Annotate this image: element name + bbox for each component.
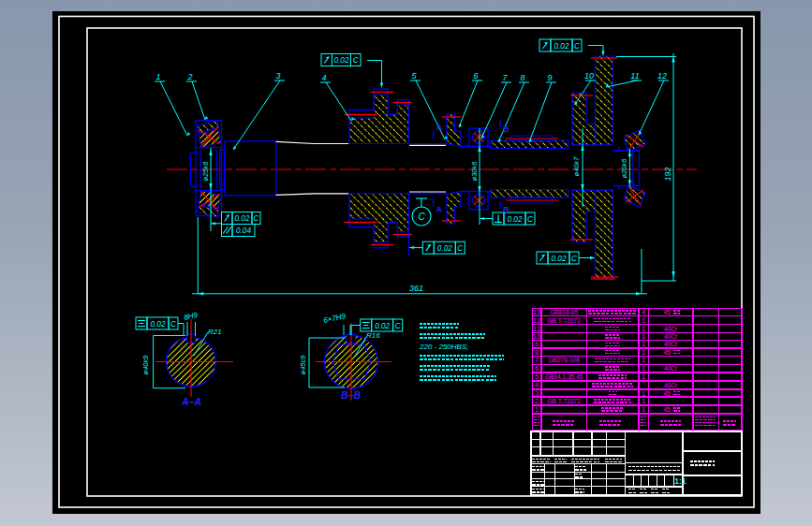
svg-text:1: 1 xyxy=(642,364,645,373)
svg-text:1: 1 xyxy=(642,356,645,364)
svg-text:R21: R21 xyxy=(208,328,222,336)
svg-text:ø25k6: ø25k6 xyxy=(201,161,210,182)
svg-text:6: 6 xyxy=(473,71,478,80)
svg-text:220 - 250HBS;: 220 - 250HBS; xyxy=(419,343,468,351)
svg-text:B: B xyxy=(503,205,509,214)
svg-text:2: 2 xyxy=(535,397,539,405)
svg-text:45: 45 xyxy=(663,390,671,397)
svg-text:40Cr: 40Cr xyxy=(664,365,678,372)
svg-text:192: 192 xyxy=(663,167,672,181)
svg-text:A–A: A–A xyxy=(181,396,201,407)
svg-text:40Cr: 40Cr xyxy=(664,333,678,340)
svg-text:4: 4 xyxy=(642,308,645,316)
svg-text:12: 12 xyxy=(533,316,540,325)
svg-text:5: 5 xyxy=(535,373,539,381)
svg-text:C: C xyxy=(418,212,425,222)
svg-text:GB276-108: GB276-108 xyxy=(549,357,581,363)
svg-text:40Cr: 40Cr xyxy=(664,326,678,332)
svg-text:6: 6 xyxy=(535,364,539,373)
svg-text:R16: R16 xyxy=(366,331,380,340)
svg-text:C: C xyxy=(527,215,533,224)
svg-text:C: C xyxy=(574,42,580,51)
svg-text:3: 3 xyxy=(275,71,280,80)
svg-text:1:1: 1:1 xyxy=(674,476,687,486)
svg-text:ø30k6: ø30k6 xyxy=(470,161,479,182)
svg-text:C: C xyxy=(254,214,259,223)
svg-text:45: 45 xyxy=(663,349,671,356)
svg-text:0.02: 0.02 xyxy=(437,244,452,253)
svg-text:GB818-85: GB818-85 xyxy=(550,309,578,315)
svg-text:0.04: 0.04 xyxy=(236,226,251,235)
svg-text:11: 11 xyxy=(630,71,639,80)
svg-text:A: A xyxy=(436,123,443,132)
svg-text:1: 1 xyxy=(642,316,645,325)
svg-text:GB T-T2072: GB T-T2072 xyxy=(548,398,582,404)
svg-text:40Cr: 40Cr xyxy=(664,382,678,388)
svg-text:0.02: 0.02 xyxy=(151,320,166,329)
svg-text:1: 1 xyxy=(155,72,160,81)
svg-text:C: C xyxy=(170,320,176,329)
svg-text:ø40k7: ø40k7 xyxy=(572,156,581,177)
svg-text:2: 2 xyxy=(186,72,192,81)
svg-text:0.02: 0.02 xyxy=(508,215,523,224)
svg-text:1: 1 xyxy=(535,405,539,414)
svg-text:C: C xyxy=(457,244,463,253)
svg-text:C: C xyxy=(353,56,359,65)
svg-text:0.02: 0.02 xyxy=(375,322,390,330)
svg-text:10: 10 xyxy=(584,71,594,80)
svg-text:13: 13 xyxy=(533,308,540,316)
svg-text:B–B: B–B xyxy=(341,389,361,401)
svg-text:1: 1 xyxy=(642,405,645,414)
svg-text:GB94.1-35 45: GB94.1-35 45 xyxy=(545,373,583,380)
svg-text:8: 8 xyxy=(520,73,524,82)
svg-text:GB T-T2072: GB T-T2072 xyxy=(548,317,582,324)
svg-text:B: B xyxy=(503,124,509,134)
svg-text:0.02: 0.02 xyxy=(552,255,567,263)
svg-text:45: 45 xyxy=(663,309,671,315)
svg-text:7: 7 xyxy=(535,356,539,364)
svg-text:0.02: 0.02 xyxy=(554,42,569,51)
svg-text:C: C xyxy=(571,255,577,263)
svg-text:0.02: 0.02 xyxy=(235,214,250,223)
svg-text:9: 9 xyxy=(547,73,552,82)
svg-text:1: 1 xyxy=(642,397,645,405)
svg-text:0.02: 0.02 xyxy=(334,56,349,65)
svg-text:A: A xyxy=(436,205,443,214)
svg-text:ø40k9: ø40k9 xyxy=(141,355,150,375)
svg-text:361: 361 xyxy=(409,284,423,293)
svg-text:40Cr: 40Cr xyxy=(664,341,678,347)
svg-text:4: 4 xyxy=(321,73,326,82)
svg-text:C: C xyxy=(395,322,401,330)
svg-text:1: 1 xyxy=(642,373,645,381)
svg-text:12: 12 xyxy=(657,71,667,80)
svg-text:ø45c9: ø45c9 xyxy=(299,355,307,375)
svg-text:45: 45 xyxy=(663,406,671,413)
svg-text:ø20k6: ø20k6 xyxy=(620,158,628,179)
